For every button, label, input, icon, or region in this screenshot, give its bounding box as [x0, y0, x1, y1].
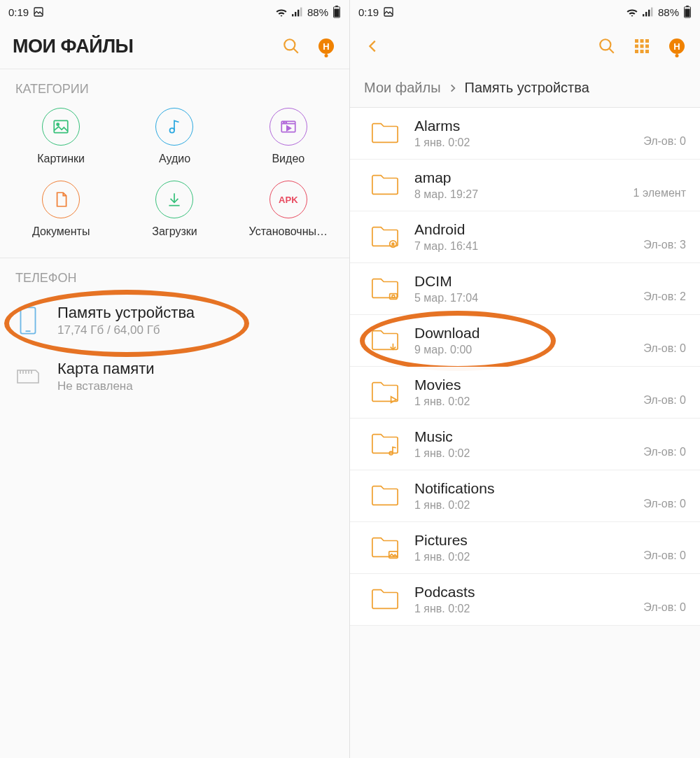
folder-name: Android — [414, 221, 478, 238]
svg-rect-4 — [300, 8, 302, 17]
profile-badge[interactable]: H — [316, 36, 337, 57]
svg-rect-31 — [651, 8, 652, 17]
svg-rect-42 — [645, 45, 649, 48]
folder-date: 1 янв. 0:02 — [414, 447, 470, 460]
svg-rect-3 — [298, 10, 299, 17]
wifi-icon — [626, 7, 638, 17]
svg-rect-45 — [645, 50, 649, 53]
storage-phone[interactable]: Память устройства 17,74 Гб / 64,00 Гб — [0, 293, 349, 349]
svg-point-15 — [284, 122, 284, 122]
image-icon — [42, 108, 80, 146]
category-apk[interactable]: APK Установочны… — [232, 181, 345, 238]
svg-point-35 — [600, 39, 610, 50]
folder-icon — [370, 325, 400, 356]
wifi-icon — [275, 7, 288, 17]
folder-row[interactable]: DCIM 5 мар. 17:04 Эл-ов: 2 — [350, 263, 700, 315]
folder-date: 1 янв. 0:02 — [414, 136, 470, 149]
category-label: Установочны… — [249, 225, 328, 238]
folder-name: Download — [414, 325, 479, 342]
folder-name: amap — [414, 169, 478, 186]
category-image[interactable]: Картинки — [4, 108, 118, 165]
folder-icon — [370, 481, 400, 512]
search-button[interactable] — [281, 36, 302, 57]
folder-name: Notifications — [414, 480, 494, 497]
folder-date: 1 янв. 0:02 — [414, 603, 475, 615]
folder-row[interactable]: Music 1 янв. 0:02 Эл-ов: 0 — [350, 419, 700, 470]
folder-date: 7 мар. 16:41 — [414, 240, 478, 253]
storage-subtitle: 17,74 Гб / 64,00 Гб — [57, 323, 195, 337]
svg-rect-20 — [21, 307, 36, 333]
category-video[interactable]: Видео — [232, 108, 345, 165]
status-time: 0:19 — [8, 6, 29, 18]
storage-title: Карта памяти — [57, 360, 155, 378]
folder-row[interactable]: amap 8 мар. 19:27 1 элемент — [350, 160, 700, 211]
svg-rect-28 — [643, 14, 644, 16]
signal-icon — [643, 7, 654, 17]
svg-point-12 — [170, 128, 175, 133]
svg-point-49 — [392, 295, 395, 297]
search-button[interactable] — [596, 36, 617, 57]
folder-list: Alarms 1 янв. 0:02 Эл-ов: 0 amap 8 мар. … — [350, 108, 700, 626]
signal-icon — [292, 7, 303, 17]
folder-row[interactable]: Movies 1 янв. 0:02 Эл-ов: 0 — [350, 367, 700, 419]
search-icon — [598, 37, 616, 55]
profile-badge[interactable]: H — [666, 36, 687, 57]
svg-point-11 — [57, 123, 59, 125]
back-button[interactable] — [363, 36, 384, 57]
category-audio[interactable]: Аудио — [118, 108, 231, 165]
svg-rect-38 — [640, 39, 644, 43]
folder-name: Music — [414, 428, 470, 445]
svg-rect-6 — [334, 9, 339, 17]
folder-row[interactable]: Pictures 1 янв. 0:02 Эл-ов: 0 — [350, 522, 700, 574]
status-bar: 0:19 88% — [0, 0, 349, 24]
battery-icon — [332, 6, 341, 18]
video-icon — [270, 108, 307, 146]
folder-row[interactable]: Alarms 1 янв. 0:02 Эл-ов: 0 — [350, 108, 700, 160]
storage-title: Память устройства — [57, 304, 195, 322]
folder-row[interactable]: Download 9 мар. 0:00 Эл-ов: 0 — [350, 315, 700, 367]
folder-icon — [370, 222, 400, 253]
svg-rect-7 — [335, 6, 338, 7]
category-label: Картинки — [37, 153, 85, 165]
status-time: 0:19 — [358, 6, 379, 18]
folder-name: Alarms — [414, 118, 470, 134]
chevron-right-icon — [448, 83, 458, 93]
folder-meta: Эл-ов: 0 — [643, 498, 686, 512]
grid-view-button[interactable] — [631, 36, 652, 57]
folder-icon — [370, 118, 400, 149]
section-phone: ТЕЛЕФОН — [0, 258, 349, 293]
status-bar: 0:19 88% — [350, 0, 700, 24]
breadcrumb[interactable]: Мои файлы Память устройства — [350, 69, 700, 108]
status-battery: 88% — [307, 6, 328, 18]
folder-meta: Эл-ов: 2 — [643, 290, 686, 304]
folder-date: 1 янв. 0:02 — [414, 551, 470, 563]
screen-right: 0:19 88% H Мои файлы Память устройства A… — [350, 0, 700, 758]
folder-row[interactable]: Notifications 1 янв. 0:02 Эл-ов: 0 — [350, 470, 700, 522]
svg-rect-44 — [640, 50, 644, 53]
category-doc[interactable]: Документы — [4, 181, 118, 238]
svg-line-9 — [293, 48, 298, 53]
grid-icon — [634, 38, 650, 55]
storage-sd[interactable]: Карта памяти Не вставлена — [0, 349, 349, 405]
svg-rect-34 — [686, 6, 689, 7]
folder-icon — [370, 170, 400, 201]
chevron-left-icon — [365, 38, 381, 54]
folder-row[interactable]: Podcasts 1 янв. 0:02 Эл-ов: 0 — [350, 574, 700, 626]
folder-name: Movies — [414, 377, 470, 393]
svg-rect-2 — [295, 12, 296, 16]
svg-rect-37 — [635, 39, 638, 43]
svg-rect-33 — [685, 9, 690, 17]
svg-point-16 — [286, 122, 286, 122]
svg-marker-17 — [287, 126, 290, 131]
folder-meta: Эл-ов: 0 — [643, 601, 686, 615]
categories-grid: Картинки Аудио Видео Документы ЗагрузкиA… — [0, 104, 349, 251]
folder-row[interactable]: Android 7 мар. 16:41 Эл-ов: 3 — [350, 211, 700, 263]
folder-icon — [370, 533, 400, 563]
phone-icon — [15, 306, 41, 335]
breadcrumb-root[interactable]: Мои файлы — [364, 80, 441, 96]
category-download[interactable]: Загрузки — [118, 181, 231, 238]
storage-subtitle: Не вставлена — [57, 379, 155, 393]
svg-rect-1 — [292, 14, 293, 16]
svg-rect-39 — [645, 39, 649, 43]
audio-icon — [155, 108, 193, 146]
